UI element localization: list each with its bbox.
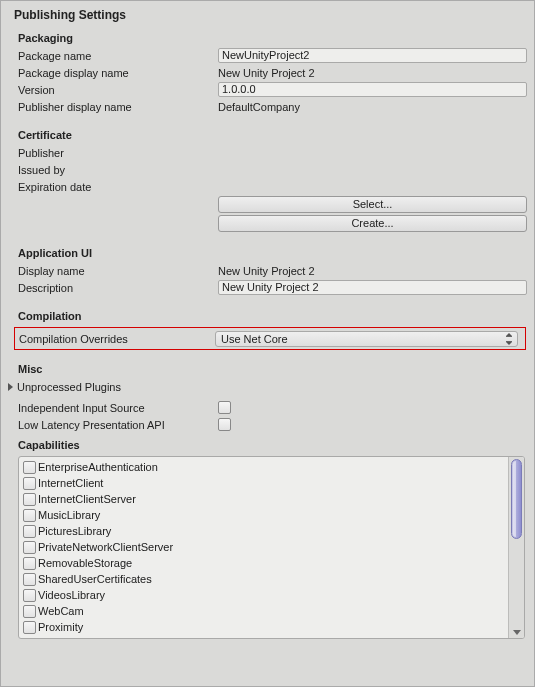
package-display-name-label: Package display name: [18, 67, 218, 79]
capability-checkbox[interactable]: [23, 477, 36, 490]
compilation-overrides-value: Use Net Core: [221, 333, 288, 345]
capability-item: WebCam: [23, 603, 508, 619]
compilation-overrides-label: Compilation Overrides: [19, 333, 215, 345]
independent-input-checkbox[interactable]: [218, 401, 231, 414]
capability-label: MusicLibrary: [38, 509, 100, 521]
capability-checkbox[interactable]: [23, 589, 36, 602]
capability-item: MusicLibrary: [23, 507, 508, 523]
app-display-name-value: New Unity Project 2: [218, 265, 315, 277]
compilation-overrides-dropdown[interactable]: Use Net Core: [215, 331, 518, 347]
capability-item: VideosLibrary: [23, 587, 508, 603]
capability-label: InternetClient: [38, 477, 103, 489]
scrollbar-thumb[interactable]: [511, 459, 522, 539]
panel-title: Publishing Settings: [4, 4, 531, 26]
capability-checkbox[interactable]: [23, 509, 36, 522]
capability-item: InternetClient: [23, 475, 508, 491]
capability-item: PrivateNetworkClientServer: [23, 539, 508, 555]
section-misc: Misc: [4, 357, 531, 378]
capability-checkbox[interactable]: [23, 573, 36, 586]
capability-item: RemovableStorage: [23, 555, 508, 571]
capability-label: VideosLibrary: [38, 589, 105, 601]
capabilities-scrollbar[interactable]: [508, 457, 524, 638]
section-compilation: Compilation: [4, 304, 531, 325]
app-description-label: Description: [18, 282, 218, 294]
publishing-settings-panel: Publishing Settings Packaging Package na…: [1, 1, 534, 642]
section-capabilities: Capabilities: [4, 433, 531, 454]
package-name-input[interactable]: NewUnityProject2: [218, 48, 527, 63]
capability-checkbox[interactable]: [23, 605, 36, 618]
cert-create-button[interactable]: Create...: [218, 215, 527, 232]
capability-item: SharedUserCertificates: [23, 571, 508, 587]
capability-label: Proximity: [38, 621, 83, 633]
version-label: Version: [18, 84, 218, 96]
app-description-input[interactable]: New Unity Project 2: [218, 280, 527, 295]
package-name-label: Package name: [18, 50, 218, 62]
capability-item: PicturesLibrary: [23, 523, 508, 539]
low-latency-label: Low Latency Presentation API: [18, 419, 218, 431]
capability-item: EnterpriseAuthentication: [23, 459, 508, 475]
cert-publisher-label: Publisher: [18, 147, 218, 159]
capability-label: PrivateNetworkClientServer: [38, 541, 173, 553]
capability-label: InternetClientServer: [38, 493, 136, 505]
compilation-highlight: Compilation Overrides Use Net Core: [14, 327, 526, 350]
capability-checkbox[interactable]: [23, 557, 36, 570]
capability-label: EnterpriseAuthentication: [38, 461, 158, 473]
section-certificate: Certificate: [4, 123, 531, 144]
capability-label: SharedUserCertificates: [38, 573, 152, 585]
capabilities-list: EnterpriseAuthenticationInternetClientIn…: [18, 456, 525, 639]
publisher-display-name-value: DefaultCompany: [218, 101, 300, 113]
dropdown-icon: [506, 333, 513, 345]
version-input[interactable]: 1.0.0.0: [218, 82, 527, 97]
capability-checkbox[interactable]: [23, 621, 36, 634]
independent-input-label: Independent Input Source: [18, 402, 218, 414]
capability-checkbox[interactable]: [23, 541, 36, 554]
unprocessed-plugins-label: Unprocessed Plugins: [17, 381, 121, 393]
capability-checkbox[interactable]: [23, 493, 36, 506]
cert-issued-by-label: Issued by: [18, 164, 218, 176]
section-application-ui: Application UI: [4, 241, 531, 262]
unprocessed-plugins-foldout[interactable]: Unprocessed Plugins: [4, 378, 531, 395]
capability-label: WebCam: [38, 605, 84, 617]
low-latency-checkbox[interactable]: [218, 418, 231, 431]
publisher-display-name-label: Publisher display name: [18, 101, 218, 113]
cert-select-button[interactable]: Select...: [218, 196, 527, 213]
foldout-triangle-icon: [8, 383, 13, 391]
capability-item: InternetClientServer: [23, 491, 508, 507]
package-display-name-value: New Unity Project 2: [218, 67, 315, 79]
section-packaging: Packaging: [4, 26, 531, 47]
capability-label: PicturesLibrary: [38, 525, 111, 537]
cert-expiration-label: Expiration date: [18, 181, 218, 193]
capability-checkbox[interactable]: [23, 525, 36, 538]
app-display-name-label: Display name: [18, 265, 218, 277]
capability-checkbox[interactable]: [23, 461, 36, 474]
scrollbar-down-icon: [513, 630, 521, 635]
capability-label: RemovableStorage: [38, 557, 132, 569]
capability-item: Proximity: [23, 619, 508, 635]
